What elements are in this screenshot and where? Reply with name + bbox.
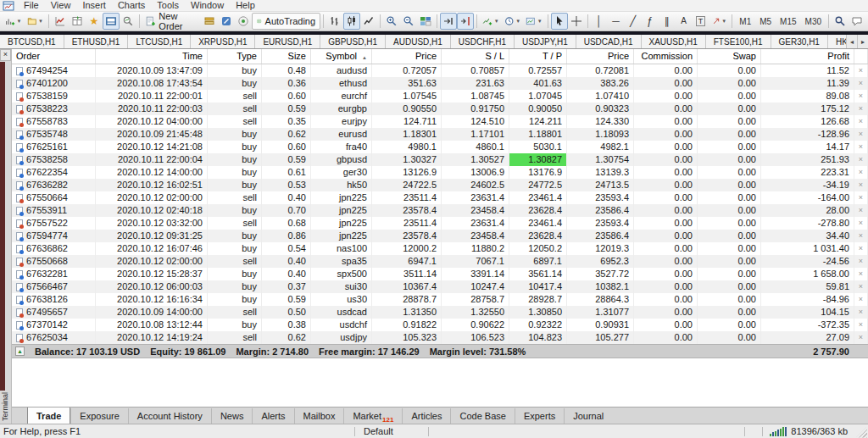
close-order-button[interactable]: ×	[854, 204, 868, 217]
depth-of-market-button[interactable]	[201, 13, 218, 30]
close-order-button[interactable]: ×	[854, 268, 868, 280]
menu-item-view[interactable]: View	[45, 0, 77, 11]
close-order-button[interactable]: ×	[854, 90, 868, 103]
order-row[interactable]: 676322812020.10.12 15:28:37buy0.40spx500…	[12, 268, 868, 280]
candlestick-chart-button[interactable]	[343, 13, 360, 30]
bar-chart-button[interactable]	[326, 13, 343, 30]
text-label-tool-button[interactable]: T	[693, 13, 709, 30]
terminal-tab-experts[interactable]: Experts	[515, 408, 564, 424]
col-swap[interactable]: Swap	[698, 49, 761, 64]
order-row[interactable]: 676381262020.10.12 16:16:34buy0.59us3028…	[12, 293, 868, 306]
col-order[interactable]: Order	[12, 49, 96, 64]
menu-item-file[interactable]: File	[18, 0, 45, 11]
trendline-tool-button[interactable]: ╱	[625, 13, 642, 30]
order-row[interactable]: 676251612020.10.12 14:21:08buy0.60fra404…	[12, 141, 868, 153]
close-order-button[interactable]: ×	[854, 103, 868, 115]
close-order-button[interactable]: ×	[854, 280, 868, 293]
auto-scroll-button[interactable]	[440, 13, 457, 30]
order-row[interactable]: 675587832020.10.12 04:00:00sell0.35eurjp…	[12, 115, 868, 128]
order-row[interactable]: 675664672020.10.12 06:00:03buy0.37sui301…	[12, 280, 868, 293]
col-tp[interactable]: T / P	[509, 49, 567, 64]
order-row[interactable]: 673701422020.10.08 13:12:44buy0.38usdchf…	[12, 319, 868, 331]
terminal-tab-account-history[interactable]: Account History	[128, 408, 211, 424]
order-row[interactable]: 676362822020.10.12 16:02:51buy0.53hk5024…	[12, 179, 868, 191]
vertical-line-tool-button[interactable]: │	[591, 13, 608, 30]
close-order-button[interactable]: ×	[854, 64, 868, 77]
order-row[interactable]: 676223542020.10.12 14:00:00buy0.61ger301…	[12, 166, 868, 179]
col-time[interactable]: Time	[96, 49, 208, 64]
chart-tab-btcusd-h1[interactable]: BTCUSD,H1	[0, 35, 64, 48]
close-order-button[interactable]: ×	[854, 293, 868, 306]
crosshair-button[interactable]	[568, 13, 585, 30]
order-row[interactable]: 675947742020.10.12 09:31:25buy0.86jpn225…	[12, 230, 868, 242]
timeframe-m5-button[interactable]: M5	[755, 13, 776, 30]
chart-tabs-scroll-right-icon[interactable]: ▸	[857, 35, 868, 48]
terminal-tab-news[interactable]: News	[211, 408, 253, 424]
indicators-button[interactable]: ▼	[480, 13, 502, 30]
terminal-tab-exposure[interactable]: Exposure	[70, 408, 127, 424]
zoom-in-button[interactable]	[383, 13, 400, 30]
order-row[interactable]: 675382232020.10.11 22:00:03sell0.59eurgb…	[12, 103, 868, 115]
close-order-button[interactable]: ×	[854, 255, 868, 268]
channel-tool-button[interactable]: ∥	[659, 13, 676, 30]
col-sl[interactable]: S / L	[442, 49, 509, 64]
terminal-close-button[interactable]: ×	[0, 49, 11, 61]
order-row[interactable]: 676250342020.10.12 14:19:24sell0.62usdjp…	[12, 331, 868, 344]
chart-tab-gbpusd-h1[interactable]: GBPUSD,H1	[320, 35, 386, 48]
terminal-tab-trade[interactable]: Trade	[27, 408, 70, 424]
market-watch-button[interactable]	[52, 13, 69, 30]
terminal-toggle-button[interactable]	[103, 13, 120, 30]
open-profiles-button[interactable]: ▼	[25, 13, 47, 30]
text-tool-button[interactable]: A	[676, 13, 693, 30]
order-row[interactable]: 675506682020.10.12 02:00:00sell0.40spa35…	[12, 255, 868, 268]
terminal-tab-mailbox[interactable]: Mailbox	[294, 408, 344, 424]
chart-tab-eurusd-h1[interactable]: EURUSD,H1	[255, 35, 320, 48]
chart-tab-ethusd-h1[interactable]: ETHUSD,H1	[64, 35, 129, 48]
search-button[interactable]	[832, 13, 849, 30]
status-profile-selector[interactable]: Default	[355, 426, 428, 436]
terminal-tab-alerts[interactable]: Alerts	[252, 408, 293, 424]
timeframe-m30-button[interactable]: M30	[801, 13, 826, 30]
autotrading-button[interactable]: AutoTrading	[252, 13, 320, 30]
close-order-button[interactable]: ×	[854, 141, 868, 153]
cursor-button[interactable]	[551, 13, 568, 30]
close-order-button[interactable]: ×	[854, 128, 868, 141]
chart-tab-xauusd-h1[interactable]: XAUUSD,H1	[642, 35, 706, 48]
close-order-button[interactable]: ×	[854, 115, 868, 128]
horizontal-line-tool-button[interactable]: ─	[608, 13, 625, 30]
col-commission[interactable]: Commission	[634, 49, 698, 64]
order-row[interactable]: 675506642020.10.12 02:00:00sell0.40jpn22…	[12, 191, 868, 204]
close-order-button[interactable]: ×	[854, 217, 868, 230]
navigator-button[interactable]: ★	[86, 13, 103, 30]
col-current-price[interactable]: Price	[567, 49, 634, 64]
close-order-button[interactable]: ×	[854, 319, 868, 331]
close-order-button[interactable]: ×	[854, 230, 868, 242]
terminal-tab-journal[interactable]: Journal	[564, 408, 612, 424]
order-row[interactable]: 675357482020.10.09 21:45:48buy0.62eurusd…	[12, 128, 868, 141]
col-type[interactable]: Type	[208, 49, 262, 64]
menu-item-help[interactable]: Help	[230, 0, 261, 11]
chart-shift-button[interactable]	[457, 13, 474, 30]
chart-tab-usdcad-h1[interactable]: USDCAD,H1	[576, 35, 642, 48]
col-size[interactable]: Size	[262, 49, 311, 64]
arrows-tool-button[interactable]: ▼	[709, 13, 730, 30]
chart-tab-usdjpy-h1[interactable]: USDJPY,H1	[515, 35, 576, 48]
chart-tab-hk50-h1[interactable]: HK50,H1	[828, 35, 846, 48]
close-order-button[interactable]: ×	[854, 191, 868, 204]
chart-tab-xrpusd-h1[interactable]: XRPUSD,H1	[191, 35, 255, 48]
chart-tab-usdchf-h1[interactable]: USDCHF,H1	[451, 35, 515, 48]
chart-tabs-scroll-left-icon[interactable]: ◂	[846, 35, 857, 48]
fibonacci-tool-button[interactable]: ƒ	[642, 13, 659, 30]
col-profit[interactable]: Profit	[761, 49, 854, 64]
order-row[interactable]: 675575222020.10.12 03:32:00sell0.68jpn22…	[12, 217, 868, 230]
terminal-tab-code-base[interactable]: Code Base	[450, 408, 514, 424]
new-order-button[interactable]: New Order	[142, 13, 201, 30]
order-row[interactable]: 675382582020.10.11 22:00:04buy0.59gbpusd…	[12, 153, 868, 166]
signals-button[interactable]	[235, 13, 252, 30]
close-order-button[interactable]: ×	[854, 166, 868, 179]
close-order-button[interactable]: ×	[854, 179, 868, 191]
menu-item-window[interactable]: Window	[185, 0, 230, 11]
menu-item-tools[interactable]: Tools	[151, 0, 185, 11]
chart-tab-ger30-h1[interactable]: GER30,H1	[771, 35, 828, 48]
chart-tab-ltcusd-h1[interactable]: LTCUSD,H1	[128, 35, 191, 48]
